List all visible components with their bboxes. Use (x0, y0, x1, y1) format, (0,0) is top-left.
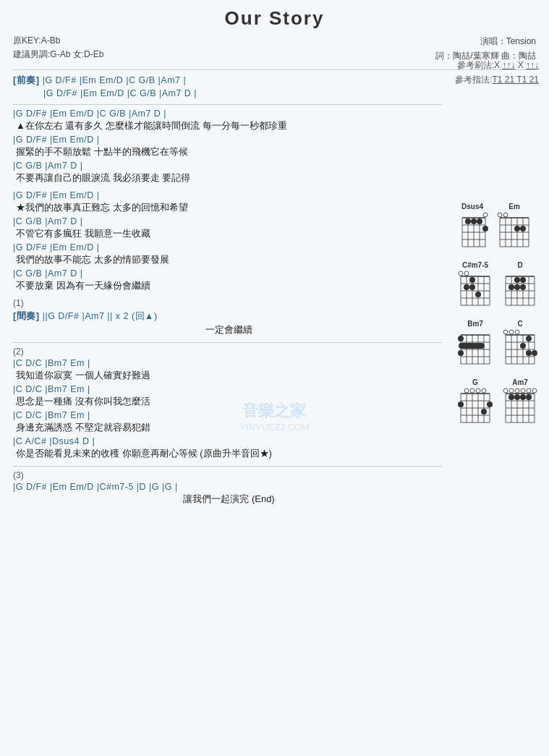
svg-point-60 (508, 284, 514, 290)
outro-lyric: 讓我們一起演完 (End) (16, 493, 442, 506)
svg-point-43 (469, 277, 475, 283)
singer: 演唱：Tension (435, 34, 536, 48)
v2-lyric1: 我知道你寂寞 一個人確實好難過 (16, 369, 442, 382)
svg-point-29 (520, 226, 526, 232)
svg-point-125 (509, 388, 514, 393)
diagram-dsus4-name: Dsus4 (461, 203, 483, 211)
diagram-cm7b5-name: C#m7-5 (462, 261, 488, 269)
diagram-cm7b5: C#m7-5 (456, 261, 494, 307)
diagram-d-name: D (517, 261, 522, 269)
svg-point-26 (498, 213, 502, 217)
diagram-c-name: C (517, 320, 522, 328)
diagram-dsus4: Dsus4 (456, 203, 488, 248)
prelude-chords2: |G D/F# |Em Em/D |C G/B |Am7 D | (13, 88, 442, 98)
diagram-bm7: Bm7 (456, 320, 494, 365)
prelude-block: [前奏] |G D/F# |Em Em/D |C G/B |Am7 | |G D… (13, 74, 442, 98)
ch1-chords3: |G D/F# |Em Em/D | (13, 242, 442, 252)
svg-point-28 (514, 226, 520, 232)
prelude-chords2-text: |G D/F# |Em Em/D |C G/B |Am7 D | (43, 88, 197, 98)
svg-point-129 (532, 388, 537, 393)
svg-point-93 (526, 350, 532, 356)
page: Our Story 原KEY:A-Bb 建議男調:G-Ab 女:D-Eb 演唱：… (0, 0, 549, 756)
divider3 (13, 342, 442, 343)
interlude-block: (1) [間奏] ||G D/F# |Am7 || x 2 (回▲) 一定會繼續 (13, 298, 442, 336)
v1-chords2: |G D/F# |Em Em/D | (13, 135, 442, 145)
v2-chords4: |C A/C# |Dsus4 D | (13, 436, 442, 446)
svg-point-12 (471, 218, 477, 224)
svg-point-91 (526, 336, 532, 341)
divider2 (13, 104, 442, 105)
diagram-pair-2: C#m7-5 (456, 261, 539, 307)
ref-fingering: 參考指法:T1 21 T1 21 (455, 72, 539, 87)
v2-lyric2: 思念是一種痛 沒有你叫我怎麼活 (16, 395, 442, 408)
diagram-em-name: Em (508, 203, 520, 211)
diagram-g-name: G (472, 378, 478, 386)
outro-chords: |G D/F# |Em Em/D |C#m7-5 |D |G |G | (13, 482, 442, 492)
ch1-lyric1: ★我們的故事真正難忘 太多的回憶和希望 (16, 201, 442, 214)
diagram-dsus4-grid (456, 212, 488, 248)
diagram-bm7-name: Bm7 (467, 320, 483, 328)
v2-chords2: |C D/C |Bm7 Em | (13, 384, 442, 394)
svg-point-111 (487, 402, 493, 407)
ref-strumming-row: 參考刷法:X ↑↑↓ X ↑↑↓ 參考指法:T1 21 T1 21 (455, 58, 539, 88)
interlude-lyric: 一定會繼續 (16, 323, 442, 336)
svg-point-14 (482, 226, 488, 232)
diagram-bm7-grid (456, 329, 494, 365)
verse2-block: (2) |C D/C |Bm7 Em | 我知道你寂寞 一個人確實好難過 |C … (13, 347, 442, 460)
svg-point-88 (503, 330, 508, 334)
svg-point-75 (458, 336, 464, 341)
key-line2: 建議男調:G-Ab 女:D-Eb (13, 48, 103, 61)
svg-point-133 (526, 394, 532, 400)
v2-chords1: |C D/C |Bm7 Em | (13, 358, 442, 368)
v1-lyric2: 握緊的手不願放鬆 十點半的飛機它在等候 (16, 145, 442, 158)
prelude-label-line: [前奏] |G D/F# |Em Em/D |C G/B |Am7 | (13, 74, 442, 87)
paren3: (3) (13, 470, 442, 480)
paren1: (1) (13, 298, 442, 308)
ch1-lyric4: 不要放棄 因為有一天緣份會繼續 (16, 279, 442, 292)
diagram-em: Em (495, 203, 533, 248)
svg-point-106 (464, 388, 469, 393)
v1-lyric3: 不要再讓自己的眼淚流 我必須要走 要記得 (16, 171, 442, 184)
paren2: (2) (13, 347, 442, 357)
ch1-chords1: |G D/F# |Em Em/D | (13, 190, 442, 200)
svg-point-92 (520, 343, 526, 349)
diagram-em-grid (495, 212, 533, 248)
svg-point-27 (503, 213, 508, 217)
svg-rect-74 (459, 343, 485, 349)
svg-point-62 (520, 284, 526, 290)
diagram-g: G (456, 378, 494, 424)
diagram-d-grid (501, 271, 539, 307)
interlude-label-line: [間奏] ||G D/F# |Am7 || x 2 (回▲) (13, 310, 442, 323)
svg-point-110 (458, 402, 464, 407)
key-line1: 原KEY:A-Bb (13, 34, 103, 48)
svg-point-13 (477, 218, 482, 224)
v2-lyric3: 身邊充滿誘惑 不堅定就容易犯錯 (16, 421, 442, 434)
svg-point-10 (483, 213, 488, 217)
diagram-pair-3: Bm7 (456, 320, 539, 365)
v1-chords1: |G D/F# |Em Em/D |C G/B |Am7 D | (13, 109, 442, 119)
svg-point-126 (515, 388, 519, 393)
interlude-chords: ||G D/F# |Am7 || x 2 (回▲) (43, 311, 158, 321)
diagram-pair-1: Dsus4 (456, 203, 539, 248)
v1-lyric1: ▲在你左右 還有多久 怎麼樣才能讓時間倒流 每一分每一秒都珍重 (16, 119, 442, 132)
ch1-lyric3: 我們的故事不能忘 太多的情節要發展 (16, 253, 442, 266)
svg-point-11 (465, 218, 471, 224)
ch1-chords2: |C G/B |Am7 D | (13, 216, 442, 226)
diagram-cm7b5-grid (456, 271, 494, 307)
v2-lyric4: 你是否能看見未來的收穫 你願意再耐心等候 (原曲升半音回★) (16, 447, 442, 460)
svg-point-127 (521, 388, 525, 393)
svg-point-94 (532, 350, 537, 356)
svg-point-76 (458, 350, 464, 356)
ref-strumming: 參考刷法:X ↑↑↓ X ↑↑↓ (457, 58, 539, 72)
interlude-label: [間奏] (13, 310, 40, 321)
diagram-am7-grid (501, 388, 539, 424)
prelude-chords1: |G D/F# |Em Em/D |C G/B |Am7 | (43, 75, 187, 85)
v2-chords3: |C D/C |Bm7 Em | (13, 410, 442, 420)
outro-block: (3) |G D/F# |Em Em/D |C#m7-5 |D |G |G | … (13, 470, 442, 506)
verse1-block: |G D/F# |Em Em/D |C G/B |Am7 D | ▲在你左右 還… (13, 109, 442, 184)
svg-point-41 (459, 271, 463, 276)
ch1-lyric2: 不管它有多瘋狂 我願意一生收藏 (16, 227, 442, 240)
svg-point-89 (509, 330, 514, 334)
svg-point-61 (514, 284, 520, 290)
svg-point-107 (470, 388, 474, 393)
